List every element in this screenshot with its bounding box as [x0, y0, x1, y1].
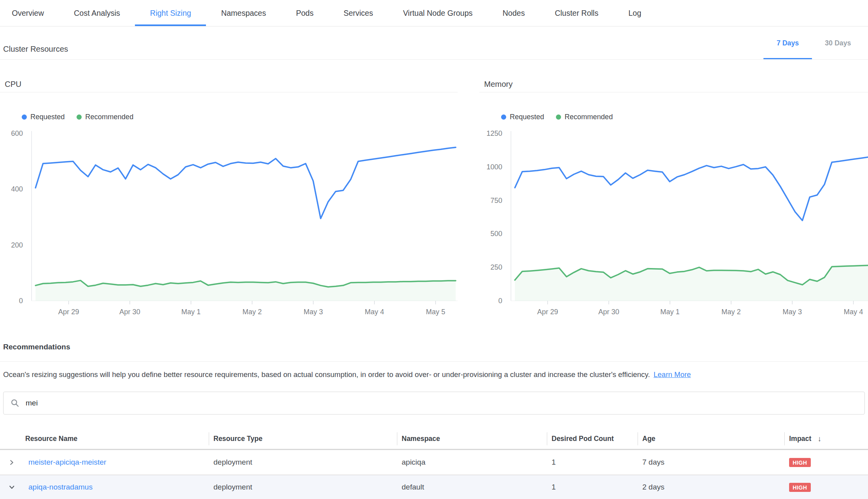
time-range-toggle: 7 Days 30 Days — [763, 26, 864, 59]
cpu-chart-section: CPU Requested Recommended 6004002000Apr … — [0, 60, 458, 322]
tab-services[interactable]: Services — [329, 0, 388, 26]
svg-text:May 2: May 2 — [721, 308, 741, 316]
impact-badge: HIGH — [789, 458, 811, 467]
svg-text:1000: 1000 — [486, 163, 502, 171]
top-tab-bar: Overview Cost Analysis Right Sizing Name… — [0, 0, 868, 26]
namespace-cell: default — [397, 483, 547, 491]
svg-text:Apr 29: Apr 29 — [537, 308, 558, 316]
learn-more-link[interactable]: Learn More — [654, 370, 691, 379]
tab-cost-analysis[interactable]: Cost Analysis — [59, 0, 135, 26]
search-input[interactable] — [25, 398, 857, 408]
column-desired-pod-count[interactable]: Desired Pod Count — [547, 429, 638, 449]
svg-text:May 2: May 2 — [242, 308, 262, 316]
legend-recommended-label: Recommended — [85, 113, 133, 121]
resource-name-link[interactable]: meister-apiciqa-meister — [28, 458, 106, 466]
requested-dot-icon — [501, 114, 506, 120]
resource-name-link[interactable]: apiqa-nostradamus — [28, 483, 93, 491]
cpu-chart-legend: Requested Recommended — [22, 113, 458, 121]
range-7-days[interactable]: 7 Days — [763, 26, 812, 59]
requested-dot-icon — [22, 114, 27, 120]
legend-recommended[interactable]: Recommended — [556, 113, 613, 121]
column-resource-type[interactable]: Resource Type — [209, 429, 397, 449]
cpu-line-chart: 6004002000Apr 29Apr 30May 1May 2May 3May… — [0, 126, 458, 322]
svg-text:600: 600 — [11, 129, 23, 137]
svg-text:400: 400 — [11, 185, 23, 193]
recommended-dot-icon — [77, 114, 82, 120]
svg-text:May 3: May 3 — [303, 308, 323, 316]
tab-pods[interactable]: Pods — [281, 0, 328, 26]
row-expander[interactable] — [0, 460, 24, 465]
svg-text:200: 200 — [11, 241, 23, 249]
table-row: apiqa-nostradamus deployment default 1 2… — [0, 475, 868, 499]
legend-recommended-label: Recommended — [565, 113, 613, 121]
svg-text:May 5: May 5 — [426, 308, 445, 316]
memory-chart-legend: Requested Recommended — [501, 113, 868, 121]
recommendations-description: Ocean's resizing suggestions will help y… — [3, 370, 864, 380]
cluster-resources-header: Cluster Resources 7 Days 30 Days — [0, 26, 868, 60]
column-namespace[interactable]: Namespace — [397, 429, 547, 449]
svg-text:500: 500 — [490, 230, 502, 238]
svg-text:Apr 30: Apr 30 — [119, 308, 140, 316]
legend-requested[interactable]: Requested — [501, 113, 544, 121]
tab-overview[interactable]: Overview — [0, 0, 59, 26]
svg-text:May 3: May 3 — [782, 308, 802, 316]
recommendations-table: Resource Name Resource Type Namespace De… — [0, 429, 868, 499]
svg-text:0: 0 — [498, 297, 502, 305]
memory-line-chart: 125010007505002500Apr 29Apr 30May 1May 2… — [479, 126, 868, 322]
legend-requested[interactable]: Requested — [22, 113, 65, 121]
legend-recommended[interactable]: Recommended — [77, 113, 133, 121]
recommendations-title: Recommendations — [3, 342, 868, 352]
svg-text:May 1: May 1 — [660, 308, 679, 316]
tab-cluster-rolls[interactable]: Cluster Rolls — [540, 0, 614, 26]
svg-text:0: 0 — [19, 297, 23, 305]
svg-text:Apr 29: Apr 29 — [58, 308, 79, 316]
svg-text:May 1: May 1 — [181, 308, 200, 316]
age-cell: 7 days — [638, 458, 784, 467]
tab-nodes[interactable]: Nodes — [488, 0, 540, 26]
recommended-dot-icon — [556, 114, 561, 120]
legend-requested-label: Requested — [510, 113, 544, 121]
chevron-right-icon — [9, 460, 15, 465]
tab-right-sizing[interactable]: Right Sizing — [135, 0, 206, 26]
chevron-down-icon — [9, 484, 15, 490]
cpu-chart-title: CPU — [0, 60, 458, 92]
header-spacer — [0, 429, 24, 449]
recommendations-divider — [0, 361, 868, 362]
range-30-days[interactable]: 30 Days — [812, 26, 864, 59]
tab-namespaces[interactable]: Namespaces — [206, 0, 281, 26]
namespace-cell: apiciqa — [397, 458, 547, 467]
svg-text:250: 250 — [490, 263, 502, 271]
svg-text:May 4: May 4 — [844, 308, 863, 316]
column-resource-name[interactable]: Resource Name — [24, 429, 209, 449]
desired-pod-count-cell: 1 — [547, 483, 638, 491]
memory-chart-title: Memory — [479, 60, 868, 92]
resource-search[interactable] — [3, 392, 865, 415]
age-cell: 2 days — [638, 483, 784, 491]
memory-chart-section: Memory Requested Recommended 12501000750… — [479, 60, 868, 322]
legend-requested-label: Requested — [30, 113, 65, 121]
row-expander[interactable] — [0, 484, 24, 490]
svg-text:1250: 1250 — [486, 129, 502, 137]
column-age[interactable]: Age — [638, 429, 784, 449]
page-title: Cluster Resources — [3, 45, 68, 59]
charts-row: CPU Requested Recommended 6004002000Apr … — [0, 60, 868, 322]
resource-type-cell: deployment — [209, 483, 397, 491]
desired-pod-count-cell: 1 — [547, 458, 638, 467]
sort-desc-icon[interactable]: ↓ — [817, 435, 821, 443]
svg-text:Apr 30: Apr 30 — [598, 308, 619, 316]
resource-type-cell: deployment — [209, 458, 397, 467]
impact-badge: HIGH — [789, 483, 811, 492]
search-icon — [11, 399, 19, 407]
recommendations-description-text: Ocean's resizing suggestions will help y… — [3, 370, 650, 379]
svg-text:May 4: May 4 — [365, 308, 384, 316]
column-impact-label: Impact — [789, 435, 811, 443]
tab-virtual-node-groups[interactable]: Virtual Node Groups — [388, 0, 487, 26]
table-row: meister-apiciqa-meister deployment apici… — [0, 450, 868, 475]
table-header-row: Resource Name Resource Type Namespace De… — [0, 429, 868, 450]
column-impact[interactable]: Impact ↓ — [784, 429, 868, 449]
tab-log[interactable]: Log — [614, 0, 657, 26]
svg-text:750: 750 — [490, 197, 502, 204]
